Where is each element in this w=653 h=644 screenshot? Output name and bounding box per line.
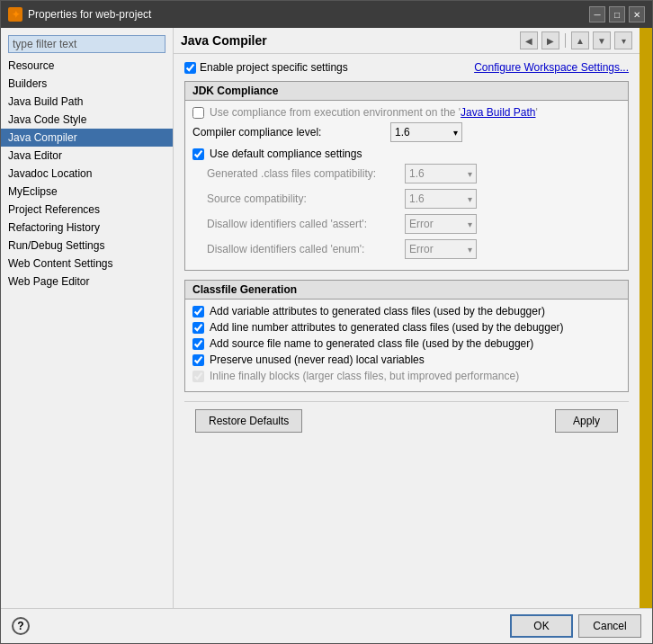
sidebar-item-resource[interactable]: Resource <box>1 57 173 75</box>
classfile-option-4: Inline finally blocks (larger class file… <box>192 370 621 382</box>
classfile-option-1: Add line number attributes to generated … <box>192 321 621 334</box>
help-button[interactable]: ? <box>12 617 30 635</box>
dialog-body: Resource Builders Java Build Path Java C… <box>1 28 652 608</box>
disallow-enum-value: Error <box>409 243 434 255</box>
right-accent-strip <box>640 28 652 608</box>
classfile-option-0: Add variable attributes to generated cla… <box>192 305 621 318</box>
source-compat-arrow: ▾ <box>468 194 472 204</box>
enable-specific-checkbox[interactable] <box>184 62 196 74</box>
compiler-compliance-dropdown[interactable]: 1.6 ▾ <box>390 122 462 142</box>
nav-bar: Java Compiler ◀ ▶ ▲ ▼ ▾ <box>174 28 640 54</box>
dialog-icon: ✦ <box>8 7 22 22</box>
apply-button[interactable]: Apply <box>555 409 618 433</box>
title-bar-left: ✦ Properties for web-project <box>8 7 151 22</box>
generated-class-dropdown[interactable]: 1.6 ▾ <box>405 164 477 183</box>
disallow-assert-row: Disallow identifiers called 'assert': Er… <box>192 214 621 234</box>
sidebar-item-web-content-settings[interactable]: Web Content Settings <box>1 255 173 273</box>
main-content: Enable project specific settings Configu… <box>174 54 640 608</box>
enable-row: Enable project specific settings Configu… <box>184 61 629 74</box>
footer-actions: OK Cancel <box>510 614 641 638</box>
sidebar-item-java-compiler[interactable]: Java Compiler <box>1 129 173 147</box>
compiler-compliance-value: 1.6 <box>395 126 410 139</box>
sidebar-item-run-debug-settings[interactable]: Run/Debug Settings <box>1 237 173 255</box>
classfile-label-1: Add line number attributes to generated … <box>210 321 564 334</box>
classfile-option-3: Preserve unused (never read) local varia… <box>192 353 621 366</box>
source-compat-value: 1.6 <box>409 192 425 205</box>
nav-up-button[interactable]: ▲ <box>571 31 589 49</box>
classfile-label-0: Add variable attributes to generated cla… <box>210 305 545 318</box>
sidebar-item-java-editor[interactable]: Java Editor <box>1 147 173 165</box>
classfile-section-body: Add variable attributes to generated cla… <box>185 300 628 391</box>
generated-class-label: Generated .class files compatibility: <box>207 167 405 180</box>
sidebar-item-web-page-editor[interactable]: Web Page Editor <box>1 273 173 291</box>
classfile-checkbox-2[interactable] <box>192 338 204 350</box>
jdk-section-body: Use compliance from execution environmen… <box>185 101 628 270</box>
sidebar-item-refactoring-history[interactable]: Refactoring History <box>1 219 173 237</box>
close-button[interactable]: ✕ <box>629 6 645 22</box>
sidebar-item-java-code-style[interactable]: Java Code Style <box>1 111 173 129</box>
generated-class-value: 1.6 <box>409 167 425 180</box>
disallow-assert-label: Disallow identifiers called 'assert': <box>207 218 405 230</box>
generated-class-arrow: ▾ <box>468 169 472 179</box>
compiler-compliance-arrow: ▾ <box>453 128 458 138</box>
sidebar-item-myeclipse[interactable]: MyEclipse <box>1 183 173 201</box>
title-bar: ✦ Properties for web-project ─ □ ✕ <box>1 1 652 28</box>
use-compliance-checkbox[interactable] <box>192 107 204 119</box>
sidebar-item-project-references[interactable]: Project References <box>1 201 173 219</box>
use-default-row: Use default compliance settings <box>192 148 621 160</box>
panel-bottom-buttons: Restore Defaults Apply <box>184 401 629 440</box>
classfile-label-2: Add source file name to generated class … <box>210 337 533 350</box>
enable-specific-label: Enable project specific settings <box>200 61 348 74</box>
restore-defaults-button[interactable]: Restore Defaults <box>195 409 302 433</box>
sidebar: Resource Builders Java Build Path Java C… <box>1 28 174 608</box>
source-compat-label: Source compatibility: <box>207 192 405 205</box>
maximize-button[interactable]: □ <box>609 6 625 22</box>
dialog-title: Properties for web-project <box>28 8 151 21</box>
disallow-enum-label: Disallow identifiers called 'enum': <box>207 243 405 255</box>
disallow-assert-dropdown[interactable]: Error ▾ <box>405 214 477 234</box>
footer-bar: ? OK Cancel <box>1 608 652 643</box>
ok-button[interactable]: OK <box>510 614 573 638</box>
enable-left: Enable project specific settings <box>184 61 348 74</box>
filter-input[interactable] <box>8 35 165 53</box>
panel-title: Java Compiler <box>181 33 516 48</box>
compiler-compliance-row: Compiler compliance level: 1.6 ▾ <box>192 122 621 142</box>
classfile-section-title: Classfile Generation <box>185 281 628 300</box>
nav-menu-button[interactable]: ▾ <box>614 31 632 49</box>
classfile-label-3: Preserve unused (never read) local varia… <box>210 353 425 366</box>
nav-separator <box>565 33 566 48</box>
source-compat-row: Source compatibility: 1.6 ▾ <box>192 189 621 209</box>
nav-down-button[interactable]: ▼ <box>593 31 611 49</box>
jdk-compliance-section: JDK Compliance Use compliance from execu… <box>184 81 629 271</box>
disallow-enum-row: Disallow identifiers called 'enum': Erro… <box>192 239 621 259</box>
classfile-checkbox-1[interactable] <box>192 322 204 334</box>
properties-dialog: ✦ Properties for web-project ─ □ ✕ Resou… <box>0 0 653 644</box>
nav-back-button[interactable]: ◀ <box>520 31 538 49</box>
classfile-checkbox-3[interactable] <box>192 354 204 366</box>
sidebar-item-java-build-path[interactable]: Java Build Path <box>1 93 173 111</box>
source-compat-dropdown[interactable]: 1.6 ▾ <box>405 189 477 209</box>
disallow-enum-dropdown[interactable]: Error ▾ <box>405 239 477 259</box>
minimize-button[interactable]: ─ <box>589 6 605 22</box>
jdk-section-title: JDK Compliance <box>185 82 628 101</box>
disallow-assert-arrow: ▾ <box>468 219 472 229</box>
generated-class-row: Generated .class files compatibility: 1.… <box>192 164 621 183</box>
main-panel: Java Compiler ◀ ▶ ▲ ▼ ▾ Enable project s… <box>174 28 640 608</box>
use-default-label: Use default compliance settings <box>210 148 362 160</box>
classfile-label-4: Inline finally blocks (larger class file… <box>210 370 519 382</box>
compiler-compliance-label: Compiler compliance level: <box>192 126 390 139</box>
configure-workspace-link[interactable]: Configure Workspace Settings... <box>474 61 629 74</box>
sidebar-item-javadoc-location[interactable]: Javadoc Location <box>1 165 173 183</box>
disallow-enum-arrow: ▾ <box>468 245 472 255</box>
classfile-checkbox-0[interactable] <box>192 306 204 318</box>
right-strip-top <box>643 37 649 73</box>
sidebar-item-builders[interactable]: Builders <box>1 75 173 93</box>
cancel-button[interactable]: Cancel <box>578 614 641 638</box>
java-build-path-link[interactable]: Java Build Path <box>461 106 535 119</box>
title-bar-controls: ─ □ ✕ <box>589 6 645 22</box>
nav-forward-button[interactable]: ▶ <box>541 31 559 49</box>
classfile-option-2: Add source file name to generated class … <box>192 337 621 350</box>
classfile-checkbox-4[interactable] <box>192 371 204 382</box>
use-compliance-label: Use compliance from execution environmen… <box>210 106 538 119</box>
use-default-checkbox[interactable] <box>192 148 204 160</box>
